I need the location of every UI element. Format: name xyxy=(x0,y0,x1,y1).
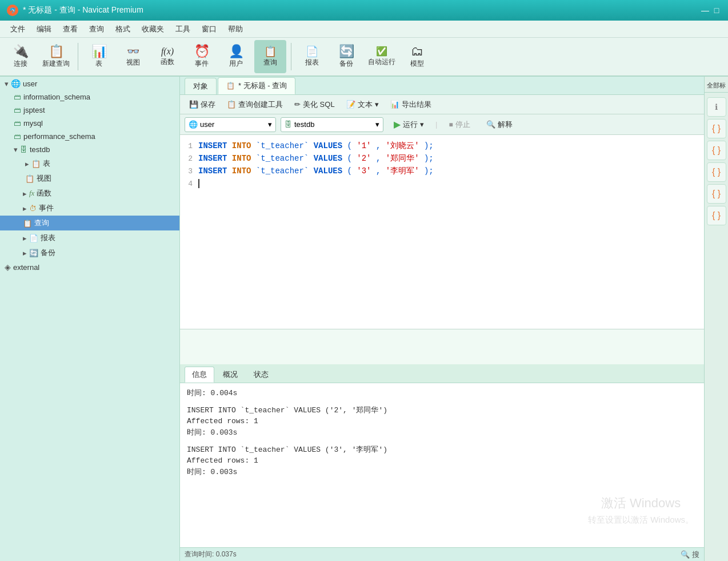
sidebar-item-functions[interactable]: ▸ fx 函数 xyxy=(0,186,179,201)
sidebar-item-user-root[interactable]: ▾ 🌐 user xyxy=(0,77,179,90)
sidebar-item-tables[interactable]: ▸ 📋 表 xyxy=(0,156,179,171)
menu-window[interactable]: 窗口 xyxy=(196,22,222,37)
export-icon: 📊 xyxy=(390,100,399,109)
menu-query[interactable]: 查询 xyxy=(83,22,110,37)
expand-icon: ▸ xyxy=(25,160,29,168)
result-first-time: 时间: 0.004s xyxy=(187,388,697,398)
export-button[interactable]: 📊 导出结果 xyxy=(386,98,436,112)
report-folder-icon: 📄 xyxy=(29,234,38,242)
function-button[interactable]: f(x) 函数 xyxy=(151,40,183,73)
query-time: 查询时间: 0.037s xyxy=(185,550,237,559)
new-query-button[interactable]: 📋 新建查询 xyxy=(39,40,73,73)
sidebar-item-backup[interactable]: ▸ 🔄 备份 xyxy=(0,245,179,260)
event-button[interactable]: ⏰ 事件 xyxy=(186,40,218,73)
search-icon[interactable]: 🔍 搜 xyxy=(681,550,699,560)
view-icon: 👓 xyxy=(127,46,139,57)
sql-line-3: 3 INSERT INTO `t_teacher` VALUES ( '3' ,… xyxy=(180,165,704,177)
backup-folder-icon: 🔄 xyxy=(29,249,38,257)
database-select[interactable]: 🗄 testdb ▾ xyxy=(281,117,383,132)
sidebar-item-information-schema[interactable]: 🗃 information_schema xyxy=(0,90,179,104)
query-toolbar: 💾 保存 📋 查询创建工具 ✏ 美化 SQL 📝 文本 ▾ 📊 导出结果 xyxy=(180,95,704,114)
sidebar-item-events[interactable]: ▸ ⏱ 事件 xyxy=(0,201,179,216)
menu-edit[interactable]: 编辑 xyxy=(31,22,57,37)
rp-bracket-button-5[interactable]: { } xyxy=(707,206,726,225)
menu-help[interactable]: 帮助 xyxy=(222,22,249,37)
sidebar-item-external[interactable]: ◈ external xyxy=(0,260,179,274)
result-time-2: 时间: 0.003s xyxy=(187,467,697,477)
tab-object[interactable]: 对象 xyxy=(185,78,217,94)
rp-bracket-button-3[interactable]: { } xyxy=(707,162,726,182)
result-tab-info[interactable]: 信息 xyxy=(185,367,214,383)
auto-run-button[interactable]: ✅ 自动运行 xyxy=(365,40,399,73)
func-icon: fx xyxy=(29,189,34,198)
result-time-1: 时间: 0.003s xyxy=(187,427,697,437)
user-button[interactable]: 👤 用户 xyxy=(220,40,252,73)
sql-content: INSERT INTO `t_teacher` VALUES ( '3' , '… xyxy=(198,166,434,176)
tab-query[interactable]: 📋 * 无标题 - 查询 xyxy=(218,77,295,94)
sidebar-item-label: 视图 xyxy=(37,173,51,184)
right-panel-label: 全部标 xyxy=(705,79,728,93)
new-query-icon: 📋 xyxy=(49,45,64,58)
report-label: 报表 xyxy=(305,58,319,67)
auto-run-label: 自动运行 xyxy=(368,57,395,67)
report-button[interactable]: 📄 报表 xyxy=(296,40,328,73)
sql-editor-wrapper: 1 INSERT INTO `t_teacher` VALUES ( '1' ,… xyxy=(180,135,704,364)
conn-dropdown-arrow: ▾ xyxy=(268,120,272,129)
sql-line-4: 4 xyxy=(180,177,704,190)
connection-select[interactable]: 🌐 user ▾ xyxy=(185,117,276,132)
menu-view[interactable]: 查看 xyxy=(57,22,83,37)
backup-button[interactable]: 🔄 备份 xyxy=(330,40,362,73)
sidebar-item-queries[interactable]: 📋 查询 xyxy=(0,216,179,230)
table-button[interactable]: 📊 表 xyxy=(83,40,115,73)
sidebar-item-views[interactable]: 📋 视图 xyxy=(0,171,179,186)
menu-tools[interactable]: 工具 xyxy=(170,22,196,37)
save-button[interactable]: 💾 保存 xyxy=(185,98,220,112)
result-panel: 信息 概况 状态 时间: 0.004s INSERT INTO `t_teach… xyxy=(180,364,704,547)
sidebar-item-jsptest[interactable]: 🗃 jsptest xyxy=(0,104,179,117)
run-button[interactable]: ▶ 运行 ▾ xyxy=(388,117,430,132)
beautify-icon: ✏ xyxy=(294,100,301,109)
connect-icon: 🔌 xyxy=(13,45,29,58)
sql-content: INSERT INTO `t_teacher` VALUES ( '2' , '… xyxy=(198,153,434,164)
create-tool-button[interactable]: 📋 查询创建工具 xyxy=(222,98,287,112)
bracket-icon-5: { } xyxy=(712,210,721,221)
result-tab-overview[interactable]: 概况 xyxy=(215,367,245,383)
sidebar-item-mysql[interactable]: 🗃 mysql xyxy=(0,117,179,130)
event-icon: ⏰ xyxy=(194,45,210,58)
external-icon: ◈ xyxy=(5,262,11,272)
connect-button[interactable]: 🔌 连接 xyxy=(5,40,37,73)
sql-editor[interactable]: 1 INSERT INTO `t_teacher` VALUES ( '1' ,… xyxy=(180,135,704,329)
beautify-button[interactable]: ✏ 美化 SQL xyxy=(290,98,339,112)
rp-bracket-button-4[interactable]: { } xyxy=(707,184,726,204)
minimize-button[interactable]: — xyxy=(701,6,710,15)
database-value: testdb xyxy=(294,120,314,129)
sidebar-item-reports[interactable]: ▸ 📄 报表 xyxy=(0,230,179,245)
sidebar-item-label: 查询 xyxy=(34,218,49,228)
expand-icon: ▸ xyxy=(23,189,27,198)
sidebar-item-label: 备份 xyxy=(41,248,55,258)
view-button[interactable]: 👓 视图 xyxy=(117,40,149,73)
stop-button[interactable]: ■ 停止 xyxy=(443,118,475,132)
maximize-button[interactable]: □ xyxy=(712,6,721,15)
explain-button[interactable]: 🔍 解释 xyxy=(481,118,518,132)
result-tab-status[interactable]: 状态 xyxy=(246,367,276,383)
run-dropdown-arrow: ▾ xyxy=(420,120,424,129)
menu-format[interactable]: 格式 xyxy=(110,22,136,37)
line-number: 2 xyxy=(180,154,198,163)
menu-favorites[interactable]: 收藏夹 xyxy=(136,22,170,37)
rp-bracket-button-1[interactable]: { } xyxy=(707,119,726,138)
menu-file[interactable]: 文件 xyxy=(5,22,31,37)
sidebar-item-testdb[interactable]: ▾ 🗄 testdb xyxy=(0,143,179,156)
sidebar-item-performance-schema[interactable]: 🗃 performance_schema xyxy=(0,130,179,143)
rp-info-button[interactable]: ℹ xyxy=(707,97,726,117)
cursor xyxy=(198,179,199,188)
toolbar-divider-2 xyxy=(291,43,291,70)
rp-bracket-button-2[interactable]: { } xyxy=(707,141,726,160)
backup-icon: 🔄 xyxy=(339,45,354,58)
query-button[interactable]: 📋 查询 xyxy=(254,40,286,73)
sidebar-item-label: performance_schema xyxy=(23,132,95,141)
view-folder-icon: 📋 xyxy=(25,174,34,183)
model-button[interactable]: 🗂 模型 xyxy=(401,40,433,73)
text-button[interactable]: 📝 文本 ▾ xyxy=(342,98,383,112)
line-number: 3 xyxy=(180,167,198,176)
